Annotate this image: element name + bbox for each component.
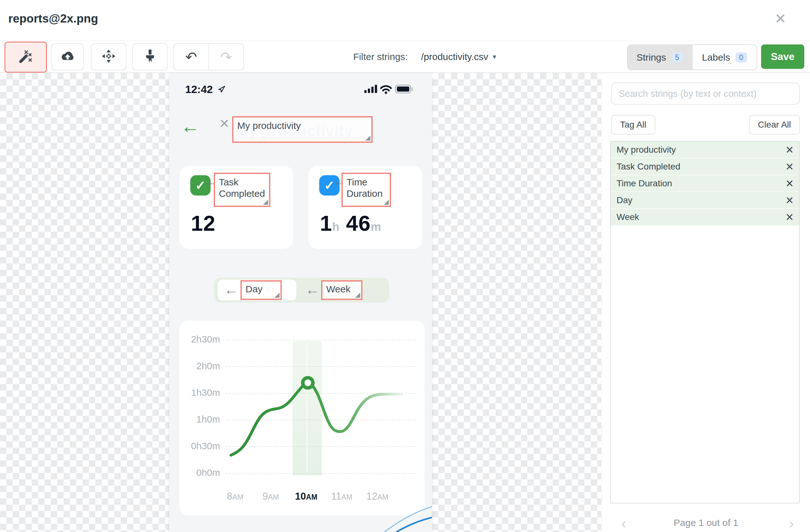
clean-button[interactable] xyxy=(132,43,168,70)
tab-labels-label: Labels xyxy=(702,52,730,63)
annotation-box-day[interactable]: Day xyxy=(241,280,282,300)
string-row[interactable]: Time Duration × xyxy=(611,175,799,192)
resize-handle[interactable] xyxy=(274,293,279,298)
string-row[interactable]: Task Completed × xyxy=(611,159,799,175)
resize-handle[interactable] xyxy=(384,200,389,205)
annotation-box-week[interactable]: Week xyxy=(321,280,362,300)
productivity-line-chart xyxy=(224,333,418,482)
line-series xyxy=(231,382,402,455)
status-time: 12:42 xyxy=(185,83,213,96)
status-bar-icons xyxy=(364,83,418,97)
strings-sidebar: Tag All Clear All My productivity × Task… xyxy=(601,73,810,532)
x-tick-label: 11AM xyxy=(326,491,358,502)
day-week-toggle: Day Week ← ← Day Week xyxy=(214,278,389,302)
phone-screenshot: 12:42 xyxy=(169,73,432,532)
filter-strings-label: Filter strings: xyxy=(353,51,408,62)
productivity-chart-card: 2h30m 2h0m 1h30m 1h0m 0h30m 0h0m xyxy=(179,321,425,515)
strings-list-panel: My productivity × Task Completed × Time … xyxy=(610,141,800,503)
search-input[interactable] xyxy=(611,83,800,105)
undo-button[interactable]: ↶ xyxy=(174,44,209,70)
page-indicator: Page 1 out of 1 xyxy=(602,517,810,528)
upload-button[interactable] xyxy=(51,43,84,70)
string-text: Time Duration xyxy=(617,178,785,188)
chevron-down-icon[interactable]: ▾ xyxy=(493,53,496,61)
y-tick-label: 1h0m xyxy=(187,414,220,425)
y-tick-label: 2h30m xyxy=(187,334,220,345)
redo-icon: ↷ xyxy=(221,49,232,65)
filter-file-dropdown[interactable]: /productivity.csv xyxy=(421,51,488,62)
wifi-icon xyxy=(381,86,391,94)
resize-handle[interactable] xyxy=(355,293,360,298)
move-button[interactable] xyxy=(91,43,126,70)
annotation-task-text: TaskCompleted xyxy=(219,177,265,199)
tab-strings-label: Strings xyxy=(636,52,666,63)
battery-icon xyxy=(395,85,412,93)
string-text: Task Completed xyxy=(617,162,785,172)
y-tick-label: 1h30m xyxy=(187,387,220,398)
annotation-time-text: TimeDuration xyxy=(346,177,383,199)
string-row[interactable]: My productivity × xyxy=(611,142,799,159)
remove-string-icon[interactable]: × xyxy=(785,211,793,224)
remove-string-icon[interactable]: × xyxy=(785,194,793,207)
tag-all-button[interactable]: Tag All xyxy=(611,115,655,135)
string-text: Week xyxy=(617,212,785,222)
string-row[interactable]: Day × xyxy=(611,192,799,209)
string-text: Day xyxy=(617,195,785,205)
title-bar: reports@2x.png × xyxy=(0,0,810,41)
data-point-marker xyxy=(303,378,313,388)
clear-all-button[interactable]: Clear All xyxy=(749,115,800,135)
pagination: ‹ Page 1 out of 1 › xyxy=(602,514,810,532)
annotation-week-text: Week xyxy=(326,283,350,295)
x-tick-label: 8AM xyxy=(219,491,251,502)
save-button[interactable]: Save xyxy=(761,45,804,69)
canvas-area: 12:42 xyxy=(0,73,810,532)
back-arrow-icon[interactable]: ← xyxy=(181,117,200,136)
magic-wand-button[interactable] xyxy=(4,41,47,73)
magic-wand-icon xyxy=(18,49,33,65)
decorative-wave-lines xyxy=(378,505,432,532)
y-tick-label: 0h30m xyxy=(187,440,220,451)
filter-strings-bar: Filter strings: /productivity.csv ▾ xyxy=(353,41,496,72)
resize-handle[interactable] xyxy=(263,200,268,205)
y-tick-label: 0h0m xyxy=(187,467,220,478)
annotation-box-task-completed[interactable]: TaskCompleted xyxy=(214,173,270,207)
time-duration-card: ✓ ← TimeDuration TimeDuration 1h 46m xyxy=(308,166,422,249)
x-tick-label-active: 10AM xyxy=(290,491,322,502)
x-tick-label: 9AM xyxy=(255,491,287,502)
tab-strings[interactable]: Strings 5 xyxy=(628,45,692,69)
annotation-box-title[interactable]: My productivity xyxy=(232,116,373,143)
close-icon[interactable]: × xyxy=(775,9,786,27)
annotation-day-text: Day xyxy=(245,283,262,295)
brush-icon xyxy=(144,49,156,65)
redo-button[interactable]: ↷ xyxy=(209,44,243,70)
remove-string-icon[interactable]: × xyxy=(785,177,793,190)
signal-icon xyxy=(364,85,377,93)
remove-string-icon[interactable]: × xyxy=(785,143,793,156)
anchor-arrow-icon: ← xyxy=(305,282,320,297)
anchor-arrow-icon: ← xyxy=(224,282,239,297)
strings-count-badge: 5 xyxy=(671,52,683,63)
strings-labels-tabs: Strings 5 Labels 0 xyxy=(627,45,757,70)
string-text: My productivity xyxy=(617,145,785,155)
labels-count-badge: 0 xyxy=(735,52,747,63)
location-arrow-icon xyxy=(217,85,226,95)
string-tagging-app: reports@2x.png × xyxy=(0,0,810,532)
undo-icon: ↶ xyxy=(185,49,197,65)
header-close-icon[interactable]: × xyxy=(220,115,229,131)
tab-labels[interactable]: Labels 0 xyxy=(692,45,757,69)
page-next-icon[interactable]: › xyxy=(789,515,794,531)
string-row[interactable]: Week × xyxy=(611,209,799,226)
toolbar: ↶ ↷ Filter strings: /productivity.csv ▾ … xyxy=(0,41,810,73)
x-tick-label: 12AM xyxy=(361,491,393,502)
remove-string-icon[interactable]: × xyxy=(785,160,793,173)
move-icon xyxy=(101,49,116,65)
history-button-group: ↶ ↷ xyxy=(174,43,244,70)
annotation-box-time-duration[interactable]: TimeDuration xyxy=(341,173,391,207)
resize-handle[interactable] xyxy=(365,135,370,140)
task-completed-card: ✓ ← TaskCompleted TaskCompleted 12 xyxy=(179,166,293,249)
tasks-value: 12 xyxy=(191,211,216,235)
annotation-title-text: My productivity xyxy=(237,120,301,131)
file-title: reports@2x.png xyxy=(8,12,98,26)
duration-value: 1h 46m xyxy=(320,211,382,235)
cloud-upload-icon xyxy=(60,50,76,64)
